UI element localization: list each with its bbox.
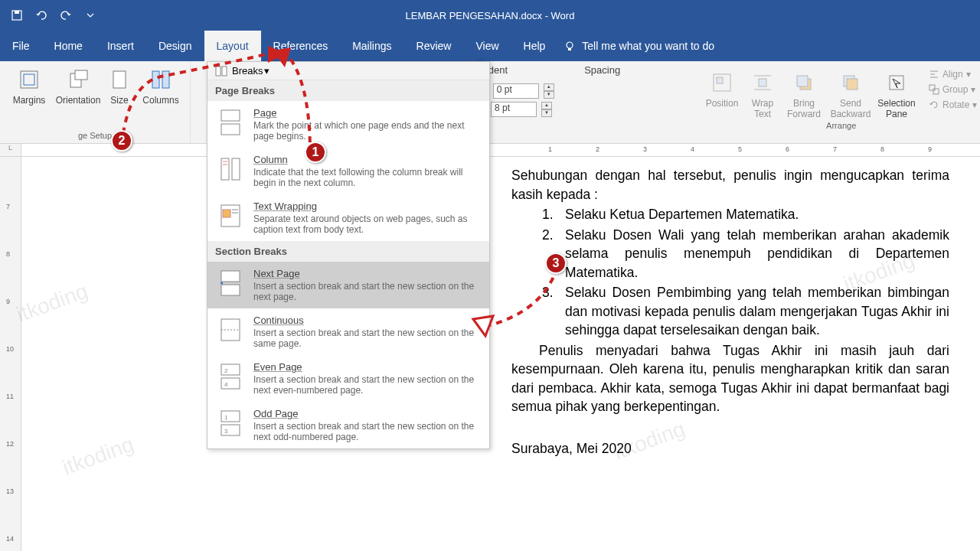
svg-rect-12 — [717, 77, 723, 83]
spacing-after-input[interactable]: 8 pt — [491, 102, 537, 117]
bring-forward-button[interactable]: Bring Forward — [782, 67, 826, 119]
svg-rect-28 — [221, 110, 240, 121]
breaks-dropdown: Breaks ▾ Page Breaks PageMark the point … — [207, 61, 490, 449]
page-content[interactable]: Sehubungan dengan hal tersebut, penulis … — [511, 166, 949, 459]
svg-rect-29 — [221, 124, 240, 135]
text-wrapping-icon — [215, 201, 246, 231]
svg-rect-4 — [21, 71, 38, 88]
tab-file[interactable]: File — [0, 31, 42, 61]
column-break-icon — [215, 154, 246, 184]
section-breaks-header: Section Breaks — [207, 241, 489, 262]
tab-home[interactable]: Home — [42, 31, 95, 61]
redo-button[interactable] — [55, 5, 77, 26]
group-button[interactable]: Group ▾ — [924, 83, 980, 96]
tab-help[interactable]: Help — [511, 31, 558, 61]
spacing-before-spinner[interactable]: ▲▼ — [544, 83, 554, 99]
svg-point-2 — [567, 42, 573, 48]
page-breaks-header: Page Breaks — [207, 80, 489, 101]
wrap-text-icon — [750, 70, 775, 95]
rotate-button[interactable]: Rotate ▾ — [924, 98, 980, 112]
svg-rect-35 — [223, 210, 230, 217]
send-backward-icon — [838, 70, 863, 95]
paragraph-group-partial: Indent Spacing e: 0 pt ▲▼ r: 8 pt ▲▼ — [474, 61, 688, 143]
ribbon: Margins Orientation Size Columns ge Setu… — [0, 61, 980, 144]
svg-rect-1 — [15, 11, 19, 14]
svg-rect-39 — [221, 285, 240, 295]
menu-item-text-wrapping[interactable]: Text WrappingSeparate text around object… — [207, 194, 489, 241]
svg-rect-27 — [222, 67, 227, 76]
tab-review[interactable]: Review — [404, 31, 464, 61]
ruler-vertical[interactable]: 7 8 9 10 11 12 13 14 — [0, 157, 21, 551]
align-button[interactable]: Align ▾ — [924, 67, 980, 81]
group-page-setup: Margins Orientation Size Columns ge Setu… — [0, 61, 191, 143]
qat-more-button[interactable] — [80, 5, 101, 26]
svg-rect-38 — [221, 271, 240, 282]
quick-access-toolbar — [0, 5, 107, 26]
svg-rect-5 — [24, 74, 34, 85]
orientation-button[interactable]: Orientation — [55, 64, 101, 129]
spacing-after-spinner[interactable]: ▲▼ — [541, 102, 552, 117]
breaks-button[interactable]: Breaks ▾ — [207, 62, 489, 80]
document-area[interactable]: Sehubungan dengan hal tersebut, penulis … — [21, 157, 980, 551]
selection-pane-button[interactable]: Selection Pane — [875, 67, 918, 119]
send-backward-button[interactable]: Send Backward — [828, 67, 874, 119]
svg-rect-25 — [933, 89, 939, 94]
ruler-horizontal[interactable]: 1 2 3 4 5 6 7 8 9 — [21, 144, 980, 156]
spacing-label: Spacing — [584, 64, 620, 76]
tab-mailings[interactable]: Mailings — [340, 31, 403, 61]
svg-rect-3 — [568, 48, 571, 51]
arrange-group-label: Arrange — [694, 119, 980, 133]
svg-rect-7 — [75, 70, 87, 80]
menu-item-even-page[interactable]: 24 Even PageInsert a section break and s… — [207, 355, 489, 402]
svg-text:3: 3 — [224, 428, 228, 435]
position-icon — [710, 70, 734, 95]
svg-rect-26 — [216, 67, 220, 76]
group-arrange: Position Wrap Text Bring Forward Send Ba… — [688, 61, 980, 143]
selection-pane-icon — [884, 70, 909, 95]
tab-view[interactable]: View — [463, 31, 511, 61]
save-button[interactable] — [6, 5, 28, 26]
menu-item-next-page[interactable]: Next PageInsert a section break and star… — [207, 262, 489, 308]
callout-3: 3 — [545, 253, 567, 274]
svg-text:4: 4 — [224, 381, 228, 388]
list-item: Selaku Ketua Departemen Matematika. — [565, 205, 949, 224]
odd-page-icon: 13 — [215, 408, 246, 439]
even-page-icon: 24 — [215, 361, 246, 392]
columns-button[interactable]: Columns — [138, 64, 184, 129]
svg-text:2: 2 — [224, 367, 228, 374]
svg-rect-31 — [232, 158, 240, 180]
menu-item-odd-page[interactable]: 13 Odd PageInsert a section break and st… — [207, 402, 489, 448]
svg-rect-9 — [152, 71, 159, 88]
group-icon — [929, 84, 939, 95]
rotate-icon — [929, 99, 939, 110]
tell-me-search[interactable]: Tell me what you want to do — [564, 40, 714, 52]
ruler-horizontal-container: L 1 2 3 4 5 6 7 8 9 — [0, 144, 980, 157]
tab-design[interactable]: Design — [146, 31, 204, 61]
menu-item-continuous[interactable]: ContinuousInsert a section break and sta… — [207, 308, 489, 355]
position-button[interactable]: Position — [701, 67, 743, 119]
margins-button[interactable]: Margins — [6, 64, 52, 129]
align-icon — [929, 69, 939, 80]
svg-rect-24 — [929, 85, 935, 90]
continuous-icon — [215, 315, 246, 345]
breaks-icon — [215, 66, 227, 77]
list-item: Selaku Dosen Wali yang telah memberikan … — [565, 226, 949, 282]
wrap-text-button[interactable]: Wrap Text — [745, 67, 780, 119]
workspace: 7 8 9 10 11 12 13 14 Sehubungan dengan h… — [0, 157, 980, 551]
next-page-icon — [215, 268, 246, 298]
menubar: File Home Insert Design Layout Reference… — [0, 31, 980, 61]
callout-2: 2 — [111, 130, 132, 152]
doc-closing: Penulis menyadari bahwa Tugas Akhir ini … — [511, 341, 949, 416]
tab-references[interactable]: References — [261, 31, 341, 61]
tab-insert[interactable]: Insert — [95, 31, 146, 61]
undo-button[interactable] — [31, 5, 52, 26]
margins-icon — [17, 67, 41, 92]
tab-layout[interactable]: Layout — [204, 31, 261, 61]
ruler-corner: L — [0, 144, 21, 156]
size-button[interactable]: Size — [104, 64, 135, 129]
menu-item-column[interactable]: ColumnIndicate that the text following t… — [207, 148, 489, 194]
doc-signature: Surabaya, Mei 2020 — [511, 439, 949, 458]
orientation-icon — [66, 67, 90, 92]
spacing-before-input[interactable]: 0 pt — [493, 83, 539, 99]
menu-item-page[interactable]: PageMark the point at which one page end… — [207, 101, 489, 148]
